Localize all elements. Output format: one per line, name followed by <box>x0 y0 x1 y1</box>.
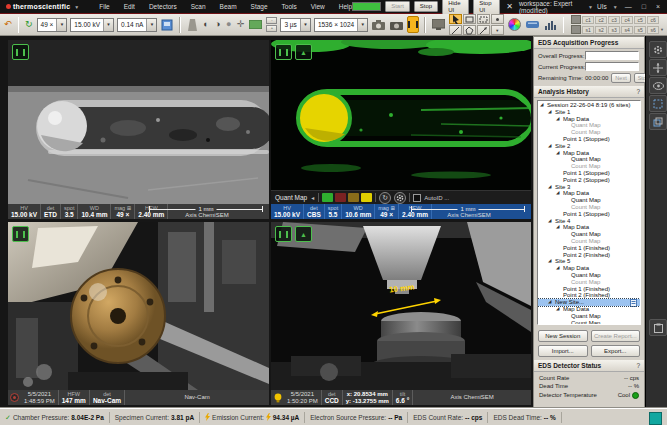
slots-more-icon[interactable]: ▼ <box>660 27 664 32</box>
start-button[interactable]: Start <box>385 1 410 12</box>
tree-row[interactable]: ◢ Map Data <box>538 116 640 123</box>
create-report-button[interactable]: Create Report... <box>591 330 641 342</box>
tree-expander-icon[interactable]: ◢ <box>556 116 561 123</box>
workspace-selector[interactable]: workspace: Expert (modified) <box>519 0 582 14</box>
app-logo-menu[interactable]: thermoscientific ▼ <box>0 3 85 10</box>
pause-scan-button[interactable] <box>407 16 419 33</box>
tree-expander-icon[interactable]: ◢ <box>548 218 553 225</box>
export-button[interactable]: Export... <box>591 345 641 357</box>
stage-slot-button[interactable]: s2 <box>595 26 607 34</box>
tree-row[interactable]: ◢ Quant Map <box>538 122 640 129</box>
tree-row[interactable]: ◢ Point 2 (Finished) <box>538 292 640 299</box>
tree-row[interactable]: ◢ New Site... <box>538 299 640 306</box>
quad4-pause-button[interactable] <box>275 226 292 242</box>
element-chip[interactable] <box>322 193 333 202</box>
window-close-button[interactable]: × <box>653 3 663 10</box>
tree-row[interactable]: ◢ Point 2 (Stopped) <box>538 177 640 184</box>
spot-tool[interactable] <box>491 14 504 24</box>
help-icon[interactable]: ? <box>636 88 640 95</box>
tree-row[interactable]: ◢ Site 4 <box>538 218 640 225</box>
tree-expander-icon[interactable]: ◢ <box>556 190 561 197</box>
quad1-sem-image[interactable]: HV15.00 kV detETD spot3.5 WD10.4 mm mag … <box>8 40 269 219</box>
quad1-pause-button[interactable] <box>12 44 29 60</box>
tree-row[interactable]: ◢ Site 2 <box>538 143 640 150</box>
tree-row[interactable]: ◢ Quant Map <box>538 231 640 238</box>
stage-move-icon[interactable] <box>649 59 667 76</box>
menu-item[interactable]: Help <box>339 3 352 10</box>
tree-row[interactable]: ◢ Site 5 <box>538 258 640 265</box>
stage-slot-button[interactable]: s3 <box>608 26 620 34</box>
magnification-combo[interactable]: 49 ×▼ <box>37 18 68 32</box>
tree-row[interactable]: ◢ Count Map <box>538 204 640 211</box>
autoid-checkbox[interactable] <box>413 194 421 202</box>
tree-row[interactable]: ◢ Quant Map <box>538 197 640 204</box>
tree-row[interactable]: ◢ Quant Map <box>538 313 640 320</box>
tree-expander-icon[interactable]: ◢ <box>556 150 561 157</box>
tree-row[interactable]: ◢ Point 1 (Finished) <box>538 245 640 252</box>
contrast-icon[interactable]: ◐ <box>202 16 210 33</box>
tree-expander-icon[interactable]: ◢ <box>540 102 545 109</box>
menu-item[interactable]: Beam <box>220 3 237 10</box>
beam-shift-icon[interactable]: ✛ <box>236 16 246 33</box>
column-slot-button[interactable]: c5 <box>634 16 646 24</box>
column-slot-button[interactable]: c6 <box>647 16 659 24</box>
tree-expander-icon[interactable]: ◢ <box>556 224 561 231</box>
tools-more-dropdown[interactable]: ▼ <box>491 25 504 35</box>
pointer-tool[interactable] <box>449 14 462 24</box>
brightness-icon[interactable]: ◑ <box>213 16 221 33</box>
polygon-tool[interactable] <box>463 25 476 35</box>
maximize-button[interactable]: □ <box>639 3 649 10</box>
stop-button[interactable]: Stop <box>414 1 438 12</box>
stage-slot-button[interactable]: s1 <box>582 26 594 34</box>
uis-selector[interactable]: UIs <box>597 3 607 10</box>
quad3-pause-button[interactable] <box>12 226 29 242</box>
layers-icon[interactable] <box>649 113 667 130</box>
clipboard-icon[interactable] <box>649 319 667 336</box>
dwell-stepper[interactable]: -+ <box>266 17 277 32</box>
element-chip[interactable] <box>335 193 346 202</box>
menu-item[interactable]: File <box>99 3 109 10</box>
collapse-left-icon[interactable]: ◄ <box>310 195 315 201</box>
arrow-tool[interactable] <box>477 25 490 35</box>
snapshot-frame-icon[interactable] <box>649 95 667 112</box>
next-button[interactable]: Next <box>611 73 630 83</box>
menu-item[interactable]: View <box>311 3 325 10</box>
column-icon[interactable] <box>186 16 199 33</box>
resolution-combo[interactable]: 1536 × 1024▼ <box>314 18 368 32</box>
tree-row[interactable]: ◢ Map Data <box>538 150 640 157</box>
tree-row[interactable]: ◢ Count Map <box>538 163 640 170</box>
videoscope-icon[interactable] <box>431 16 446 33</box>
column-slot-button[interactable]: c4 <box>621 16 633 24</box>
export-icon[interactable] <box>525 16 540 33</box>
tree-row[interactable]: ◢ Point 1 (Stopped) <box>538 211 640 218</box>
chemisem-color-wheel-icon[interactable] <box>507 16 522 33</box>
photo-camera-icon[interactable] <box>389 16 404 33</box>
quad4-ccd-image[interactable]: 10 mm ▲ 5/5/20211:50:20 PM detCCD x: 20.… <box>271 222 531 405</box>
snapshot-camera-icon[interactable] <box>371 16 386 33</box>
tree-row[interactable]: ◢ Map Data <box>538 306 640 313</box>
tree-row[interactable]: ◢ Site 3 <box>538 184 640 191</box>
tree-row[interactable]: ◢ Point 1 (Finished) <box>538 286 640 293</box>
menu-item[interactable]: Stage <box>251 3 268 10</box>
new-session-button[interactable]: New Session <box>538 330 588 342</box>
tree-expander-icon[interactable]: ◢ <box>548 109 553 116</box>
eye-visibility-icon[interactable] <box>649 77 667 94</box>
tree-expander-icon[interactable]: ◢ <box>556 306 561 313</box>
column-slot-button[interactable]: c1 <box>582 16 594 24</box>
tree-row[interactable]: ◢ Map Data <box>538 190 640 197</box>
tree-row[interactable]: ◢ Point 2 (Finished) <box>538 252 640 259</box>
stage-slot-button[interactable]: s5 <box>634 26 646 34</box>
tree-expander-icon[interactable]: ◢ <box>548 299 553 306</box>
beam-on-icon[interactable]: ↻ <box>24 16 34 33</box>
column-slot-button[interactable]: c2 <box>595 16 607 24</box>
rectangle-tool[interactable] <box>463 14 476 24</box>
close-progress-icon[interactable]: ✕ <box>504 2 515 11</box>
scan-preset-icon[interactable] <box>248 16 263 33</box>
tree-row[interactable]: ◢ Point 1 (Stopped) <box>538 170 640 177</box>
tree-row[interactable]: ◢ Count Map <box>538 320 640 326</box>
histogram-icon[interactable] <box>543 16 558 33</box>
tree-row[interactable]: ◢ Count Map <box>538 129 640 136</box>
tree-row[interactable]: ◢ Point 1 (Stopped) <box>538 136 640 143</box>
tree-row[interactable]: ◢ Site 1 <box>538 109 640 116</box>
tree-row[interactable]: ◢ Quant Map <box>538 272 640 279</box>
